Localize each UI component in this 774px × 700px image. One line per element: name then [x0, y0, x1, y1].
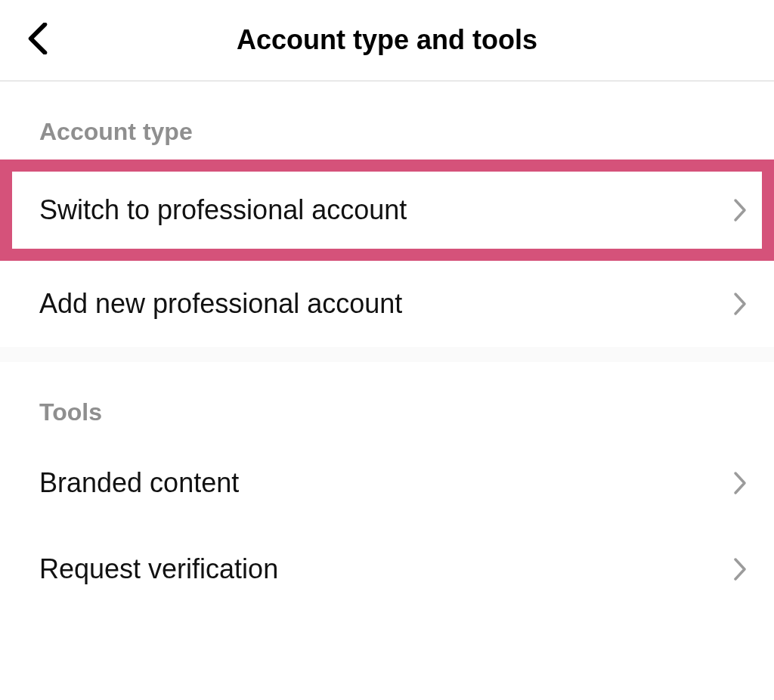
chevron-left-icon: [27, 23, 48, 57]
chevron-right-icon: [733, 471, 747, 495]
chevron-right-icon: [733, 557, 747, 581]
row-switch-to-professional-account[interactable]: Switch to professional account: [12, 172, 762, 249]
section-divider: [0, 347, 774, 362]
row-label: Request verification: [39, 553, 278, 585]
row-label: Branded content: [39, 467, 239, 499]
section-header-tools: Tools: [0, 362, 774, 440]
row-label: Switch to professional account: [39, 194, 407, 226]
row-label: Add new professional account: [39, 288, 402, 320]
page-title: Account type and tools: [21, 24, 753, 56]
back-button[interactable]: [21, 17, 54, 63]
header: Account type and tools: [0, 0, 774, 82]
section-tools: Tools Branded content Request verificati…: [0, 362, 774, 612]
chevron-right-icon: [733, 198, 747, 222]
row-branded-content[interactable]: Branded content: [0, 440, 774, 526]
section-account-type: Account type Switch to professional acco…: [0, 82, 774, 347]
row-request-verification[interactable]: Request verification: [0, 526, 774, 612]
highlighted-row-wrapper: Switch to professional account: [0, 160, 774, 261]
row-add-new-professional-account[interactable]: Add new professional account: [0, 261, 774, 347]
section-header-account-type: Account type: [0, 82, 774, 160]
chevron-right-icon: [733, 292, 747, 316]
